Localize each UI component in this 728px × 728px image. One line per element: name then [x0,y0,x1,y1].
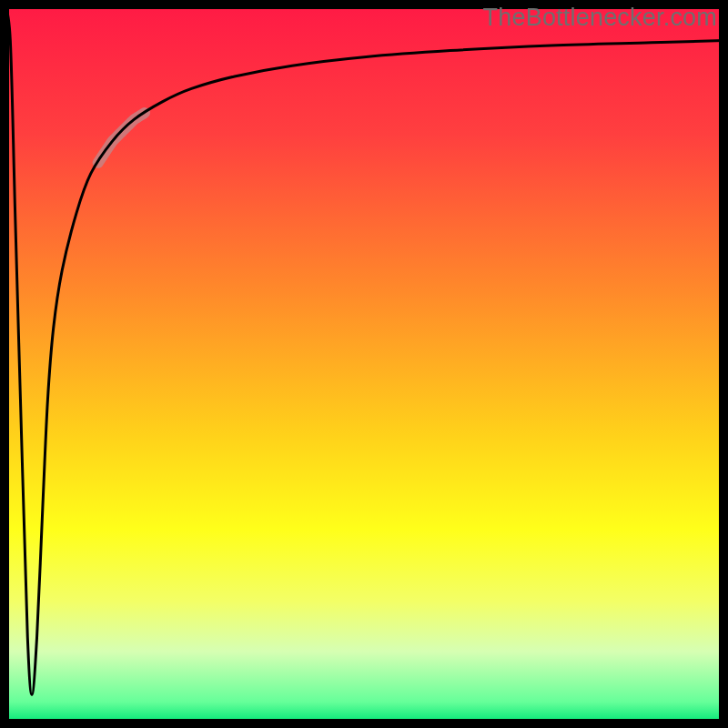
chart-stage: TheBottleneсker.com [0,0,728,728]
bottleneck-chart [0,0,728,728]
gradient-background [5,5,723,723]
